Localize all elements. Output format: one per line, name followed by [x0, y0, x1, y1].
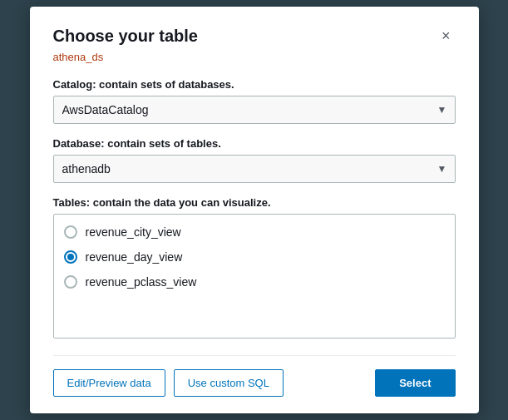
table-item[interactable]: revenue_pclass_view: [54, 269, 455, 294]
datasource-label: athena_ds: [53, 51, 456, 63]
edit-preview-button[interactable]: Edit/Preview data: [53, 369, 165, 397]
table-name: revenue_pclass_view: [86, 275, 197, 289]
catalog-select[interactable]: AwsDataCatalog: [53, 96, 456, 124]
table-item[interactable]: revenue_day_view: [54, 245, 455, 269]
tables-list-container: revenue_city_viewrevenue_day_viewrevenue…: [53, 214, 456, 338]
catalog-select-wrapper: AwsDataCatalog ▼: [53, 96, 456, 124]
database-label: Database: contain sets of tables.: [53, 137, 456, 150]
table-radio-2[interactable]: [64, 275, 77, 289]
choose-table-dialog: Choose your table × athena_ds Catalog: c…: [30, 7, 479, 413]
table-radio-1[interactable]: [64, 250, 77, 264]
dialog-header: Choose your table ×: [53, 27, 456, 46]
table-item[interactable]: revenue_city_view: [54, 220, 455, 245]
table-radio-0[interactable]: [64, 225, 77, 239]
database-select-wrapper: athenadb ▼: [53, 155, 456, 183]
tables-label: Tables: contain the data you can visuali…: [53, 196, 456, 209]
database-select[interactable]: athenadb: [53, 155, 456, 183]
dialog-title: Choose your table: [53, 27, 198, 46]
footer-left-actions: Edit/Preview data Use custom SQL: [53, 369, 284, 397]
table-name: revenue_city_view: [86, 225, 181, 239]
close-button[interactable]: ×: [436, 27, 456, 45]
tables-list: revenue_city_viewrevenue_day_viewrevenue…: [54, 215, 455, 299]
select-button[interactable]: Select: [375, 369, 455, 397]
custom-sql-button[interactable]: Use custom SQL: [174, 369, 284, 397]
dialog-footer: Edit/Preview data Use custom SQL Select: [53, 355, 456, 397]
table-name: revenue_day_view: [86, 250, 183, 264]
catalog-label: Catalog: contain sets of databases.: [53, 78, 456, 91]
